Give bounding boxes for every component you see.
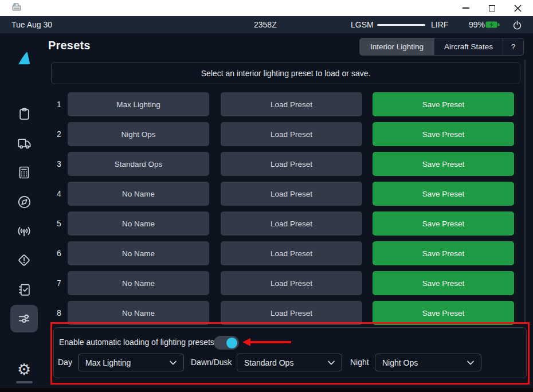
preset-number: 5 xyxy=(53,211,65,236)
preset-row: 6 No Name Load Preset Save Preset xyxy=(49,241,533,265)
sidebar-item-home[interactable] xyxy=(10,45,38,72)
battery-percent: 99% xyxy=(469,16,485,33)
checklist-icon xyxy=(17,283,32,297)
day-preset-dropdown[interactable]: Max Lighting xyxy=(78,354,184,371)
save-preset-button[interactable]: Save Preset xyxy=(373,152,514,176)
save-preset-button[interactable]: Save Preset xyxy=(373,271,514,295)
tab-interior-lighting[interactable]: Interior Lighting xyxy=(360,38,434,55)
auto-loading-label: Enable automatic loading of lighting pre… xyxy=(59,338,217,347)
maximize-button[interactable] xyxy=(482,0,501,16)
load-preset-button[interactable]: Load Preset xyxy=(221,241,362,265)
preset-row: 4 No Name Load Preset Save Preset xyxy=(49,182,533,206)
close-button[interactable] xyxy=(508,0,527,16)
save-preset-button[interactable]: Save Preset xyxy=(373,301,514,325)
preset-name-button[interactable]: Standard Ops xyxy=(68,152,209,176)
preset-name-button[interactable]: No Name xyxy=(68,211,209,236)
load-preset-button[interactable]: Load Preset xyxy=(221,211,362,236)
compass-icon xyxy=(17,195,32,209)
preset-name-button[interactable]: Night Ops xyxy=(68,122,209,146)
preset-number: 1 xyxy=(53,92,65,116)
status-bar: Tue Aug 30 2358Z LGSM LIRF 99% xyxy=(0,16,533,33)
sidebar-nav: ⚙ xyxy=(0,33,48,388)
chevron-down-icon xyxy=(328,360,335,365)
alert-diamond-icon xyxy=(17,253,32,268)
auto-loading-toggle[interactable] xyxy=(214,336,239,350)
sidebar-item-presets[interactable] xyxy=(10,305,38,332)
chevron-down-icon xyxy=(467,360,474,365)
sidebar-item-settings[interactable]: ⚙ xyxy=(10,355,38,383)
preset-number: 7 xyxy=(53,271,65,295)
day-label: Day xyxy=(58,354,72,371)
sidebar-item-ground-services[interactable] xyxy=(10,130,38,157)
preset-name-button[interactable]: No Name xyxy=(68,301,209,325)
preset-row: 2 Night Ops Load Preset Save Preset xyxy=(49,122,533,146)
route-origin: LGSM xyxy=(351,16,374,33)
status-date: Tue Aug 30 xyxy=(11,16,52,33)
sidebar-item-alerts[interactable] xyxy=(10,246,38,274)
night-preset-value: Night Ops xyxy=(382,358,418,367)
battery-charging-icon xyxy=(485,21,500,29)
dawn-dusk-label: Dawn/Dusk xyxy=(191,354,232,371)
load-preset-button[interactable]: Load Preset xyxy=(221,152,362,176)
load-preset-button[interactable]: Load Preset xyxy=(221,301,362,325)
preset-row: 1 Max Lighting Load Preset Save Preset xyxy=(49,92,533,116)
sidebar-item-navigation[interactable] xyxy=(10,188,38,215)
preset-number: 3 xyxy=(53,152,65,176)
preset-list: 1 Max Lighting Load Preset Save Preset 2… xyxy=(49,92,533,331)
tab-help[interactable]: ? xyxy=(503,38,523,55)
save-preset-button[interactable]: Save Preset xyxy=(373,241,514,265)
sidebar-item-checklists[interactable] xyxy=(10,276,38,303)
sidebar-item-comms[interactable] xyxy=(10,217,38,245)
save-preset-button[interactable]: Save Preset xyxy=(373,92,514,116)
preset-number: 2 xyxy=(53,122,65,146)
sidebar-item-calculator[interactable] xyxy=(10,159,38,186)
gear-icon: ⚙ xyxy=(17,362,31,377)
toggle-knob xyxy=(226,338,237,348)
clipboard-icon xyxy=(17,107,32,121)
preset-row: 3 Standard Ops Load Preset Save Preset xyxy=(49,152,533,176)
tab-bar: Interior Lighting Aircraft States ? xyxy=(359,38,524,56)
preset-name-button[interactable]: No Name xyxy=(68,182,209,206)
load-preset-button[interactable]: Load Preset xyxy=(221,92,362,116)
calculator-icon xyxy=(17,166,31,179)
app-icon xyxy=(12,3,21,11)
minimize-button[interactable] xyxy=(456,0,476,16)
preset-name-button[interactable]: No Name xyxy=(68,241,209,265)
preset-name-button[interactable]: No Name xyxy=(68,271,209,295)
page-title: Presets xyxy=(48,39,91,52)
preset-number: 8 xyxy=(53,301,65,325)
load-preset-button[interactable]: Load Preset xyxy=(221,271,362,295)
app-window: Tue Aug 30 2358Z LGSM LIRF 99% xyxy=(0,0,533,392)
preset-number: 4 xyxy=(53,182,65,206)
scrollbar-track[interactable] xyxy=(524,60,526,322)
power-icon[interactable] xyxy=(512,20,522,30)
status-time-zulu: 2358Z xyxy=(254,16,277,33)
window-title-bar xyxy=(0,0,533,16)
preset-row: 5 No Name Load Preset Save Preset xyxy=(49,211,533,236)
instruction-banner: Select an interior lighting preset to lo… xyxy=(51,62,520,84)
load-preset-button[interactable]: Load Preset xyxy=(221,182,362,206)
chevron-down-icon xyxy=(170,360,177,365)
dawn-dusk-preset-dropdown[interactable]: Standard Ops xyxy=(237,354,342,371)
day-preset-value: Max Lighting xyxy=(85,358,131,367)
preset-name-button[interactable]: Max Lighting xyxy=(68,92,209,116)
taskbar-edge xyxy=(0,388,533,392)
broadcast-antenna-icon xyxy=(17,224,32,238)
truck-icon xyxy=(17,136,32,151)
dawn-dusk-preset-value: Standard Ops xyxy=(244,358,293,367)
night-preset-dropdown[interactable]: Night Ops xyxy=(375,354,481,371)
save-preset-button[interactable]: Save Preset xyxy=(373,122,514,146)
tab-aircraft-states[interactable]: Aircraft States xyxy=(434,38,503,55)
load-preset-button[interactable]: Load Preset xyxy=(221,122,362,146)
preset-number: 6 xyxy=(53,241,65,265)
preset-row: 7 No Name Load Preset Save Preset xyxy=(49,271,533,295)
save-preset-button[interactable]: Save Preset xyxy=(373,182,514,206)
sidebar-item-clipboard[interactable] xyxy=(10,100,38,127)
save-preset-button[interactable]: Save Preset xyxy=(373,211,514,236)
route-destination: LIRF xyxy=(431,16,448,33)
sliders-icon xyxy=(17,311,32,326)
route-progress-line xyxy=(377,24,425,26)
close-icon xyxy=(514,5,522,12)
winglet-logo-icon xyxy=(17,51,32,66)
preset-row: 8 No Name Load Preset Save Preset xyxy=(49,301,533,325)
